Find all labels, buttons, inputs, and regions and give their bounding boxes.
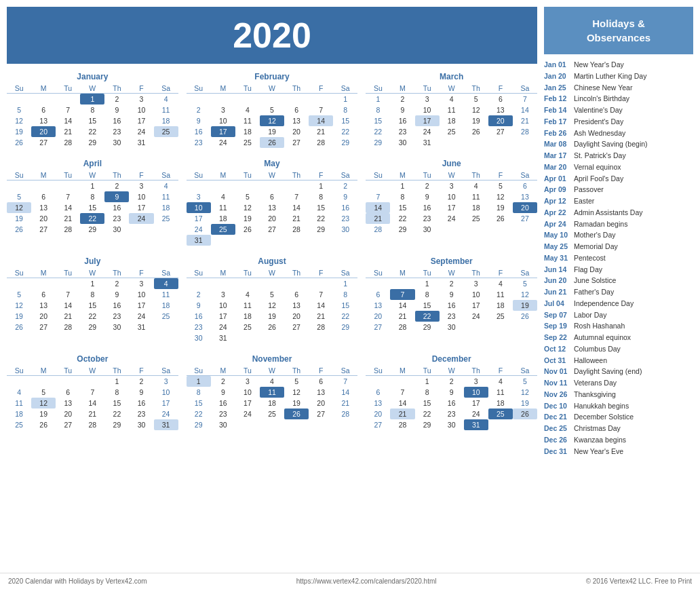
calendar-day: 20: [56, 408, 80, 419]
calendar-day: 3: [154, 376, 178, 387]
calendar-day: 1: [415, 278, 440, 290]
holiday-name: New Year's Day: [574, 60, 624, 71]
month-title: December: [366, 354, 537, 364]
calendar-day: 29: [80, 224, 104, 235]
calendar-day: [284, 235, 309, 246]
calendar-day: 23: [440, 408, 464, 419]
calendar-day: 26: [513, 311, 537, 322]
day-header: F: [488, 268, 513, 278]
calendar-day: 17: [440, 202, 464, 213]
year-label: 2020: [233, 16, 311, 55]
day-header: W: [80, 170, 104, 180]
month-table: SuMTuWThFSa12345678910111213141516171819…: [7, 83, 178, 148]
calendar-day: 16: [333, 202, 357, 213]
holiday-date: Nov 01: [544, 366, 570, 377]
calendar-day: 30: [104, 224, 129, 235]
day-header: Su: [366, 170, 390, 180]
calendar-day: 5: [31, 387, 56, 398]
calendar-day: 27: [488, 126, 513, 137]
calendar-day: 26: [7, 224, 31, 235]
calendar-day: 21: [56, 311, 80, 322]
holiday-item: Apr 24Ramadan begins: [544, 219, 693, 230]
calendar-day: 16: [104, 202, 129, 213]
calendar-day: 10: [235, 387, 260, 398]
calendar-day: 10: [129, 104, 153, 115]
calendar-day: 2: [333, 180, 357, 192]
holiday-item: Feb 17President's Day: [544, 117, 693, 128]
holiday-date: Nov 11: [544, 378, 570, 389]
calendar-day: 20: [284, 311, 309, 322]
calendar-day: [260, 332, 284, 343]
calendar-day: 3: [129, 180, 153, 192]
calendar-day: 10: [129, 191, 153, 202]
calendar-day: 1: [80, 180, 104, 192]
holiday-item: Dec 25Christmas Day: [544, 423, 693, 434]
calendar-day: 6: [31, 289, 56, 300]
month-block: JuneSuMTuWThFSa1234567891011121314151617…: [366, 159, 537, 246]
calendar-day: 28: [56, 137, 80, 148]
calendar-day: 9: [187, 115, 211, 126]
calendar-day: 12: [513, 387, 537, 398]
holiday-name: Lincoln's Birthday: [574, 94, 629, 104]
calendar-day: 18: [464, 202, 488, 213]
calendar-day: 3: [415, 94, 440, 105]
calendar-day: 15: [187, 398, 211, 408]
calendar-day: [309, 419, 333, 430]
holiday-date: Feb 17: [544, 117, 570, 128]
calendar-day: 8: [80, 289, 104, 300]
calendar-day: 25: [440, 126, 464, 137]
day-header: Su: [187, 268, 211, 278]
calendar-day: [284, 94, 309, 105]
holiday-name: June Solstice: [574, 276, 616, 286]
holiday-name: Ramadan begins: [574, 219, 627, 230]
calendar-day: 24: [440, 213, 464, 224]
calendar-day: [260, 180, 284, 192]
calendar-day: 18: [440, 115, 464, 126]
holiday-name: President's Day: [574, 117, 623, 128]
month-title: February: [187, 72, 358, 81]
calendar-day: 3: [129, 94, 153, 105]
calendar-day: 7: [309, 289, 333, 300]
calendar-day: [390, 278, 414, 290]
day-header: Su: [366, 268, 390, 278]
calendar-day: 23: [415, 213, 440, 224]
calendar-day: 23: [104, 311, 129, 322]
holiday-name: Columbus Day: [574, 344, 621, 355]
calendar-day: 17: [129, 300, 153, 311]
holiday-item: Mar 20Vernal equinox: [544, 162, 693, 173]
calendar-day: 16: [211, 398, 235, 408]
calendar-day: 16: [390, 115, 414, 126]
calendar-day: 25: [154, 311, 178, 322]
day-header: Sa: [513, 83, 537, 94]
calendar-day: [513, 419, 537, 430]
calendar-day: 9: [104, 191, 129, 202]
calendar-day: 8: [415, 289, 440, 300]
calendar-day: 30: [440, 322, 464, 332]
calendar-day: 7: [80, 387, 104, 398]
holiday-item: Jun 14Flag Day: [544, 265, 693, 276]
calendar-day: [187, 94, 211, 105]
day-header: Th: [104, 83, 129, 94]
calendar-day: 27: [31, 224, 56, 235]
calendar-day: 29: [333, 137, 357, 148]
calendar-day: 17: [129, 115, 153, 126]
holiday-date: Feb 12: [544, 94, 570, 104]
calendar-day: 14: [309, 115, 333, 126]
calendar-day: 30: [333, 224, 357, 235]
calendar-day: 4: [488, 376, 513, 387]
calendar-day: 6: [513, 180, 537, 192]
day-header: F: [309, 366, 333, 376]
day-header: Sa: [154, 366, 178, 376]
calendar-day: [260, 94, 284, 105]
calendar-day: [56, 180, 80, 192]
day-header: F: [309, 170, 333, 180]
calendar-day: 9: [390, 104, 414, 115]
calendar-day: 19: [284, 398, 309, 408]
calendar-day: 25: [260, 408, 284, 419]
holiday-item: Nov 11Veterans Day: [544, 378, 693, 389]
holiday-name: Pentecost: [574, 253, 606, 264]
day-header: Su: [366, 366, 390, 376]
day-header: Th: [284, 366, 309, 376]
calendar-day: 13: [309, 387, 333, 398]
calendar-day: 19: [464, 115, 488, 126]
